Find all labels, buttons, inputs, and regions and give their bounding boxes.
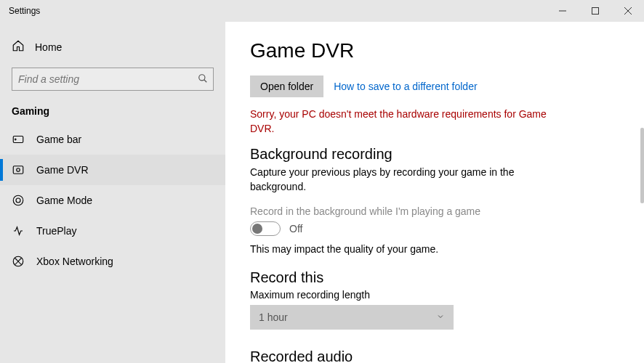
home-label: Home — [35, 41, 62, 53]
sidebar: Home Gaming Game bar Game DVR — [0, 22, 225, 363]
chevron-down-icon — [436, 311, 445, 323]
sidebar-item-game-mode[interactable]: Game Mode — [0, 185, 225, 216]
sidebar-item-label: Game bar — [36, 134, 81, 145]
help-link[interactable]: How to save to a different folder — [334, 81, 477, 92]
sidebar-item-game-dvr[interactable]: Game DVR — [0, 155, 225, 185]
background-recording-heading: Background recording — [250, 146, 615, 163]
svg-point-12 — [16, 198, 20, 203]
svg-point-11 — [13, 195, 23, 205]
sidebar-category: Gaming — [0, 102, 225, 124]
close-button[interactable] — [611, 0, 644, 22]
sidebar-item-label: Game DVR — [36, 164, 89, 176]
sidebar-item-label: Xbox Networking — [36, 256, 113, 267]
search-icon — [198, 73, 208, 86]
search-wrap — [12, 68, 214, 91]
svg-point-10 — [17, 168, 20, 172]
window-controls — [546, 0, 644, 22]
background-recording-desc: Capture your previous plays by recording… — [250, 166, 526, 194]
maximize-button[interactable] — [579, 0, 611, 22]
search-input[interactable] — [12, 68, 214, 91]
open-folder-button[interactable]: Open folder — [250, 76, 323, 97]
svg-point-4 — [199, 75, 205, 81]
bg-toggle[interactable] — [250, 221, 281, 236]
sidebar-item-label: TruePlay — [36, 225, 77, 237]
game-dvr-icon — [12, 163, 25, 176]
folder-row: Open folder How to save to a different f… — [250, 76, 615, 97]
max-length-select[interactable]: 1 hour — [250, 305, 454, 330]
body: Home Gaming Game bar Game DVR — [0, 22, 644, 363]
bg-impact-note: This may impact the quality of your game… — [250, 243, 615, 255]
window-title: Settings — [9, 6, 40, 16]
xbox-icon — [12, 255, 25, 268]
close-icon — [624, 7, 632, 15]
max-length-value: 1 hour — [259, 311, 288, 323]
recorded-audio-heading: Recorded audio — [250, 348, 615, 363]
svg-rect-1 — [592, 8, 598, 15]
bg-toggle-label: Record in the background while I'm playi… — [250, 205, 615, 217]
error-message: Sorry, your PC doesn't meet the hardware… — [250, 107, 570, 136]
bg-toggle-row: Off — [250, 221, 615, 236]
bg-toggle-state: Off — [289, 223, 302, 234]
home-icon — [12, 39, 25, 54]
maximize-icon — [592, 7, 599, 15]
svg-rect-9 — [13, 166, 23, 174]
record-this-heading: Record this — [250, 269, 615, 286]
sidebar-item-trueplay[interactable]: TruePlay — [0, 216, 225, 246]
minimize-button[interactable] — [546, 0, 579, 22]
sidebar-item-label: Game Mode — [36, 195, 92, 206]
page-title: Game DVR — [250, 39, 615, 62]
toggle-knob-icon — [252, 224, 262, 234]
content: Game DVR Open folder How to save to a di… — [225, 22, 644, 363]
record-this-sub: Maximum recording length — [250, 289, 615, 301]
game-mode-icon — [12, 194, 25, 207]
minimize-icon — [559, 7, 566, 15]
sidebar-item-xbox-networking[interactable]: Xbox Networking — [0, 246, 225, 277]
game-bar-icon — [12, 133, 25, 146]
trueplay-icon — [12, 224, 25, 237]
scrollbar-thumb[interactable] — [640, 128, 644, 203]
sidebar-item-game-bar[interactable]: Game bar — [0, 124, 225, 155]
svg-line-5 — [204, 80, 207, 83]
settings-window: Settings Home — [0, 0, 644, 363]
titlebar: Settings — [0, 0, 644, 22]
sidebar-home[interactable]: Home — [0, 33, 225, 60]
